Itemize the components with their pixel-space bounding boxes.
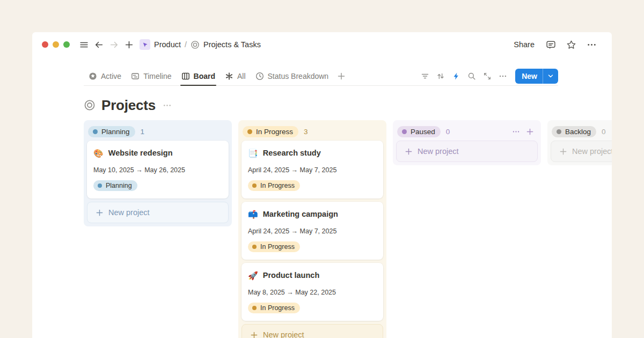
- tab-label: Status Breakdown: [268, 72, 329, 80]
- page-content: ActiveTimelineBoardAllStatus Breakdown N…: [32, 67, 612, 338]
- project-emoji-icon: 📫: [248, 210, 258, 218]
- column-name: Planning: [101, 128, 130, 136]
- workspace-logo-icon[interactable]: [140, 39, 150, 50]
- active-view-icon: [89, 72, 97, 80]
- column-header: In Progress3: [241, 123, 383, 139]
- status-dot-icon: [402, 129, 407, 134]
- project-title: Research study: [263, 149, 321, 157]
- board-column-planning: Planning1🎨Website redesignMay 10, 2025 →…: [84, 120, 232, 226]
- plus-icon: [250, 331, 258, 338]
- kanban-board: Planning1🎨Website redesignMay 10, 2025 →…: [84, 120, 612, 338]
- tab-timeline[interactable]: Timeline: [126, 67, 176, 85]
- column-count: 1: [141, 128, 145, 136]
- timeline-view-icon: [131, 72, 140, 80]
- project-emoji-icon: 🚀: [248, 271, 258, 280]
- column-more-icon[interactable]: [510, 126, 522, 137]
- project-emoji-icon: 🎨: [93, 149, 104, 157]
- status-dot-icon: [247, 129, 252, 134]
- page-icon-target[interactable]: [84, 99, 96, 111]
- page-title: Projects: [101, 97, 156, 114]
- project-status-badge: In Progress: [248, 180, 300, 191]
- new-project-button[interactable]: New project: [551, 141, 612, 162]
- breadcrumb: Product / Projects & Tasks: [140, 39, 261, 50]
- column-count: 0: [602, 128, 606, 136]
- tab-all[interactable]: All: [220, 67, 251, 85]
- search-icon[interactable]: [464, 69, 479, 83]
- project-title: Product launch: [263, 271, 320, 280]
- board-column-paused: Paused0New project: [393, 120, 541, 165]
- project-card[interactable]: 📑Research studyApril 24, 2025 → May 7, 2…: [241, 141, 383, 199]
- tab-label: Active: [101, 72, 121, 80]
- project-dates: April 24, 2025 → May 7, 2025: [248, 227, 377, 235]
- column-status-pill[interactable]: In Progress: [243, 126, 298, 137]
- favorite-star-icon[interactable]: [564, 37, 579, 52]
- forward-icon[interactable]: [106, 37, 121, 52]
- tab-label: All: [237, 72, 246, 80]
- expand-icon[interactable]: [480, 69, 494, 83]
- new-project-button[interactable]: New project: [396, 141, 538, 162]
- new-button-label[interactable]: New: [515, 72, 543, 80]
- minimize-window-button[interactable]: [53, 41, 59, 48]
- new-dropdown-chevron-icon[interactable]: [543, 74, 558, 78]
- project-dates: May 10, 2025 → May 26, 2025: [93, 166, 222, 174]
- share-button[interactable]: Share: [510, 40, 538, 49]
- maximize-window-button[interactable]: [63, 41, 70, 48]
- column-status-pill[interactable]: Planning: [88, 126, 135, 137]
- filter-icon[interactable]: [418, 69, 432, 83]
- page-header: Projects: [84, 95, 612, 115]
- tab-active[interactable]: Active: [84, 67, 126, 85]
- column-name: In Progress: [256, 128, 293, 136]
- more-icon[interactable]: [495, 69, 510, 83]
- column-actions: [510, 126, 536, 137]
- tab-board[interactable]: Board: [177, 67, 220, 85]
- new-project-label: New project: [108, 208, 150, 217]
- new-project-button[interactable]: New project: [241, 324, 383, 338]
- column-add-icon[interactable]: [524, 126, 536, 137]
- status-dot-icon: [557, 129, 561, 134]
- column-name: Paused: [411, 128, 435, 136]
- project-status-badge: In Progress: [248, 303, 300, 313]
- automations-icon[interactable]: [449, 69, 463, 83]
- status-dot-icon: [252, 306, 257, 310]
- page-more-icon[interactable]: [163, 101, 172, 110]
- window-controls: [42, 41, 70, 48]
- project-status-badge: Planning: [93, 180, 137, 191]
- more-options-icon[interactable]: [584, 37, 599, 52]
- plus-icon: [559, 148, 567, 156]
- new-tab-icon[interactable]: [121, 37, 136, 52]
- breadcrumb-workspace[interactable]: Product: [154, 40, 181, 49]
- sort-icon[interactable]: [433, 69, 448, 83]
- project-dates: May 8, 2025 → May 22, 2025: [248, 289, 377, 296]
- comments-icon[interactable]: [543, 37, 558, 52]
- breadcrumb-separator: /: [185, 40, 187, 49]
- project-card[interactable]: 📫Marketing campaignApril 24, 2025 → May …: [241, 202, 383, 260]
- plus-icon: [405, 148, 413, 156]
- column-header: Planning1: [87, 123, 229, 139]
- column-count: 0: [446, 128, 450, 136]
- app-window: Product / Projects & Tasks Share ActiveT…: [32, 32, 612, 338]
- status-breakdown-view-icon: [255, 72, 264, 80]
- new-project-label: New project: [263, 330, 304, 338]
- status-dot-icon: [252, 245, 257, 249]
- close-window-button[interactable]: [42, 41, 48, 48]
- column-name: Backlog: [565, 128, 591, 136]
- breadcrumb-page[interactable]: Projects & Tasks: [203, 40, 261, 49]
- project-card[interactable]: 🎨Website redesignMay 10, 2025 → May 26, …: [87, 141, 229, 199]
- status-dot-icon: [93, 129, 98, 134]
- project-title: Website redesign: [108, 149, 173, 157]
- new-project-button[interactable]: New project: [87, 202, 229, 223]
- status-dot-icon: [98, 183, 102, 188]
- project-card[interactable]: 🚀Product launchMay 8, 2025 → May 22, 202…: [241, 263, 383, 321]
- status-dot-icon: [252, 183, 257, 188]
- column-status-pill[interactable]: Backlog: [552, 126, 596, 137]
- add-view-icon[interactable]: [334, 69, 348, 83]
- back-icon[interactable]: [91, 37, 106, 52]
- new-button[interactable]: New: [515, 69, 558, 84]
- project-title: Marketing campaign: [263, 210, 338, 218]
- column-status-pill[interactable]: Paused: [397, 126, 441, 137]
- board-column-backlog: Backlog0New project: [547, 120, 612, 165]
- tab-status-breakdown[interactable]: Status Breakdown: [251, 67, 334, 85]
- hamburger-icon[interactable]: [76, 37, 91, 52]
- toolbar-actions: [418, 69, 510, 83]
- view-toolbar: ActiveTimelineBoardAllStatus Breakdown N…: [84, 67, 558, 86]
